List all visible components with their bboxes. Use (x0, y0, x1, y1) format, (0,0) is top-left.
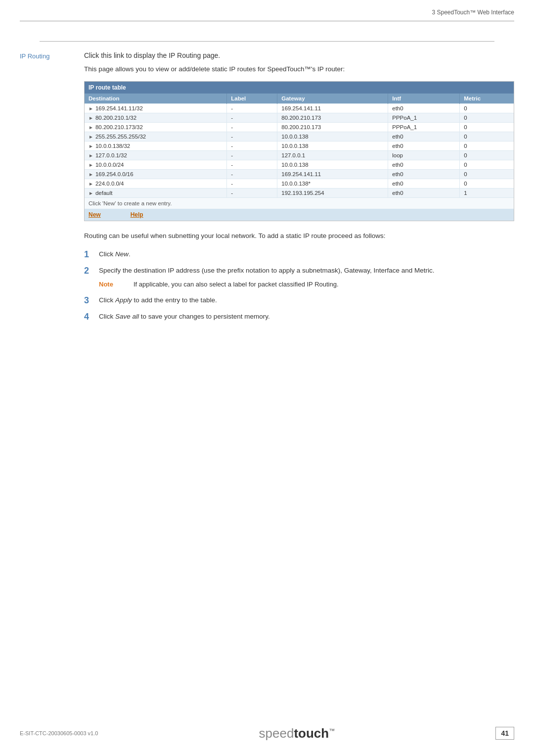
table-cell: 0 (460, 104, 514, 113)
table-cell: PPPoA_1 (388, 123, 460, 132)
step-4-italic: Save all (115, 313, 139, 320)
col-gateway: Gateway (277, 94, 388, 104)
step-3-italic: Apply (115, 296, 132, 304)
table-cell: - (227, 160, 277, 170)
header-title: 3 SpeedTouch™ Web Interface (432, 9, 514, 16)
step-3-number: 3 (84, 295, 99, 306)
table-header-row: Destination Label Gateway Intf Metric (85, 94, 514, 104)
table-footer-note: Click 'New' to create a new entry. (85, 197, 514, 209)
table-row: ►80.200.210.1/32-80.200.210.173PPPoA_10 (85, 113, 514, 123)
arrow-icon: ► (89, 125, 93, 130)
footer-doc-id: E-SIT-CTC-20030605-0003 v1.0 (20, 730, 98, 736)
table-cell: 80.200.210.173 (277, 123, 388, 132)
table-cell: eth0 (388, 179, 460, 189)
col-label: Label (227, 94, 277, 104)
arrow-icon: ► (89, 153, 93, 158)
steps-list: 1 Click New. 2 Specify the destination I… (84, 249, 514, 323)
table-cell: ►80.200.210.173/32 (85, 123, 227, 132)
section-label: IP Routing (20, 51, 84, 60)
section-divider (40, 41, 494, 42)
table-row: ►224.0.0.0/4-10.0.0.138*eth00 (85, 179, 514, 189)
logo-tm: ™ (329, 727, 335, 734)
step-1: 1 Click New. (84, 249, 514, 260)
table-row: ►default-192.193.195.254eth01 (85, 189, 514, 198)
table-cell: - (227, 151, 277, 160)
arrow-icon: ► (89, 134, 93, 140)
table-cell: - (227, 142, 277, 151)
table-row: ►10.0.0.0/24-10.0.0.138eth00 (85, 160, 514, 170)
col-metric: Metric (460, 94, 514, 104)
table-row: ►169.254.141.11/32-169.254.141.11eth00 (85, 104, 514, 113)
table-cell: 10.0.0.138 (277, 160, 388, 170)
table-cell: ►127.0.0.1/32 (85, 151, 227, 160)
table-cell: 1 (460, 189, 514, 198)
table-cell: 0 (460, 123, 514, 132)
step-2-content: Specify the destination IP address (use … (99, 266, 514, 289)
help-link[interactable]: Help (131, 211, 143, 218)
table-cell: 0 (460, 132, 514, 142)
arrow-icon: ► (89, 162, 93, 168)
table-cell: ►80.200.210.1/32 (85, 113, 227, 123)
arrow-icon: ► (89, 115, 93, 121)
table-cell: 0 (460, 160, 514, 170)
step-1-italic: New (115, 250, 129, 258)
table-cell: 10.0.0.138 (277, 142, 388, 151)
step-1-content: Click New. (99, 249, 514, 259)
table-cell: - (227, 170, 277, 179)
page-header: 3 SpeedTouch™ Web Interface (0, 0, 534, 21)
table-cell: - (227, 179, 277, 189)
table-cell: ►224.0.0.0/4 (85, 179, 227, 189)
table-cell: 169.254.141.11 (277, 104, 388, 113)
step-1-number: 1 (84, 249, 99, 260)
table-cell: PPPoA_1 (388, 113, 460, 123)
table-cell: eth0 (388, 142, 460, 151)
table-cell: 0 (460, 113, 514, 123)
logo-bold-text: touch (294, 726, 329, 741)
step-4-number: 4 (84, 312, 99, 323)
route-table-wrapper: IP route table Destination Label Gateway… (84, 81, 514, 221)
logo-light-text: speed (259, 726, 294, 741)
table-cell: eth0 (388, 170, 460, 179)
new-link[interactable]: New (89, 211, 101, 218)
arrow-icon: ► (89, 106, 93, 111)
table-cell: eth0 (388, 104, 460, 113)
table-row: ►10.0.0.138/32-10.0.0.138eth00 (85, 142, 514, 151)
table-cell: 80.200.210.173 (277, 113, 388, 123)
main-content: IP Routing Click this link to display th… (0, 36, 534, 374)
table-cell: ►default (85, 189, 227, 198)
table-cell: ►10.0.0.0/24 (85, 160, 227, 170)
section-description: This page allows you to view or add/dele… (84, 64, 514, 74)
note-label: Note (99, 280, 134, 289)
ip-routing-section: IP Routing Click this link to display th… (20, 51, 514, 329)
body-text: Routing can be useful when subnetting yo… (84, 231, 514, 241)
note-box: Note If applicable, you can also select … (99, 280, 514, 289)
table-cell: 0 (460, 179, 514, 189)
table-cell: - (227, 104, 277, 113)
step-3-content: Click Apply to add the entry to the tabl… (99, 295, 514, 305)
top-divider (20, 21, 514, 21)
arrow-icon: ► (89, 172, 93, 177)
table-cell: 192.193.195.254 (277, 189, 388, 198)
table-cell: 0 (460, 170, 514, 179)
step-2-number: 2 (84, 266, 99, 277)
col-destination: Destination (85, 94, 227, 104)
arrow-icon: ► (89, 143, 93, 149)
table-title: IP route table (85, 82, 514, 94)
table-cell: - (227, 123, 277, 132)
footer-logo: speedtouch™ (259, 725, 335, 741)
table-cell: 0 (460, 142, 514, 151)
table-cell: ►169.254.0.0/16 (85, 170, 227, 179)
arrow-icon: ► (89, 190, 93, 196)
step-4: 4 Click Save all to save your changes to… (84, 312, 514, 323)
table-cell: ►169.254.141.11/32 (85, 104, 227, 113)
step-3: 3 Click Apply to add the entry to the ta… (84, 295, 514, 306)
step-2: 2 Specify the destination IP address (us… (84, 266, 514, 289)
table-cell: 10.0.0.138 (277, 132, 388, 142)
table-cell: ►10.0.0.138/32 (85, 142, 227, 151)
page-number: 41 (495, 727, 514, 740)
step-4-content: Click Save all to save your changes to p… (99, 312, 514, 322)
route-table: Destination Label Gateway Intf Metric ►1… (85, 94, 514, 197)
table-cell: loop (388, 151, 460, 160)
table-cell: eth0 (388, 132, 460, 142)
page-footer: E-SIT-CTC-20030605-0003 v1.0 speedtouch™… (0, 725, 534, 741)
